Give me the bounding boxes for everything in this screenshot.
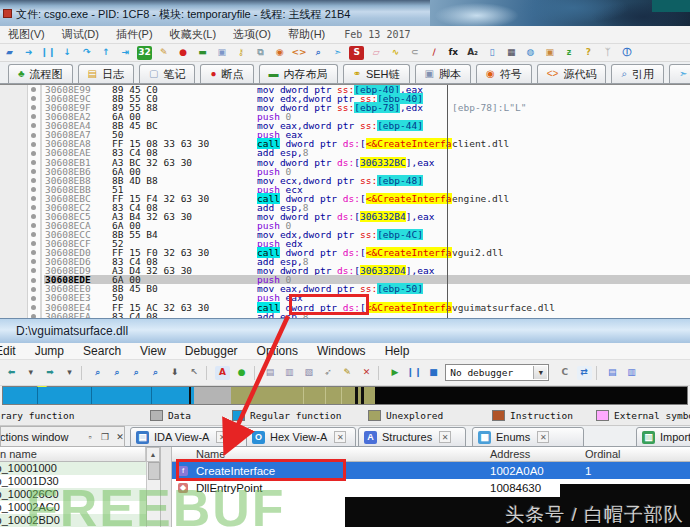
disassembly-row[interactable]: 30608EB1A3 BC 32 63 30mov dword ptr ds:[… — [0, 158, 690, 167]
search-binary-icon[interactable]: ⌕ — [90, 366, 105, 380]
breakpoint-dot-icon[interactable] — [31, 259, 36, 264]
breakpoint-dot-icon[interactable] — [31, 114, 36, 119]
menu-item[interactable]: View — [140, 344, 166, 358]
menu-item[interactable]: 视图(V) — [8, 27, 45, 42]
debug-pause-icon[interactable]: ❙❙ — [407, 366, 422, 380]
debugger-select[interactable]: No debugger▼ — [445, 364, 549, 381]
search-sequence-icon[interactable]: ⌕ — [129, 366, 144, 380]
breakpoint-dot-icon[interactable] — [31, 160, 36, 165]
nav-forward-icon[interactable]: ➡ — [43, 366, 58, 380]
menu-item[interactable]: 插件(P) — [116, 27, 153, 42]
menu-item[interactable]: Jump — [35, 344, 64, 358]
scylla-icon[interactable]: S — [349, 46, 364, 60]
column-header-address[interactable]: Address — [490, 448, 530, 460]
menu-item[interactable]: 选项(O) — [233, 27, 271, 42]
column-header-ordinal[interactable]: Ordinal — [585, 448, 620, 460]
cpu32-icon[interactable]: 32 — [137, 46, 152, 60]
figure-icon[interactable]: ᛉ — [600, 46, 615, 60]
search-again-icon[interactable]: ⌕ — [148, 366, 163, 380]
layout-icon[interactable]: ▤ — [605, 366, 620, 380]
snake-icon[interactable]: ∿ — [388, 46, 403, 60]
calculator-icon[interactable]: ▦ — [504, 46, 519, 60]
breakpoint-dot-icon[interactable] — [31, 151, 36, 156]
memory-map-icon[interactable]: ▬ — [195, 46, 210, 60]
nav-back-menu-icon[interactable]: ▾ — [23, 366, 38, 380]
breakpoint-dot-icon[interactable] — [31, 241, 36, 246]
chevron-down-icon[interactable]: ▼ — [533, 366, 547, 379]
breakpoint-dot-icon[interactable] — [31, 278, 36, 283]
breakpoint-icon[interactable]: ● — [176, 46, 191, 60]
tab-symbols[interactable]: ◉符号 — [476, 64, 532, 83]
key-icon[interactable]: ⚷ — [234, 46, 249, 60]
breakpoint-dot-icon[interactable] — [31, 205, 36, 210]
menu-item[interactable]: 帮助(H) — [288, 27, 325, 42]
globe-icon[interactable]: ◍ — [523, 46, 538, 60]
tab-enums[interactable]: ▦Enums✕ — [472, 427, 584, 447]
eraser-icon[interactable]: ▱ — [369, 46, 384, 60]
disassembly-row[interactable]: 30608EBCFF 15 F4 32 63 30call dword ptr … — [0, 194, 690, 203]
disassembly-row[interactable]: 30608ED0FF 15 F0 32 63 30call dword ptr … — [0, 248, 690, 257]
breakpoint-dot-icon[interactable] — [31, 169, 36, 174]
pause-icon[interactable]: ❙❙ — [41, 46, 56, 60]
function-list-item[interactable]: sub_10001000 — [0, 462, 146, 475]
breakpoint-dot-icon[interactable] — [31, 287, 36, 292]
debug-stop-icon[interactable]: ■ — [426, 366, 441, 380]
run-to-user-icon[interactable]: ⇥ — [118, 46, 133, 60]
breakpoint-dot-icon[interactable] — [31, 296, 36, 301]
disassembly-row[interactable]: 30608E9F89 55 88mov dword ptr ss:[ebp-78… — [0, 103, 690, 112]
disassembly-row[interactable]: 30608ED9A3 D4 32 63 30mov dword ptr ds:[… — [0, 266, 690, 275]
package-icon[interactable]: ▣ — [542, 46, 557, 60]
disassembly-row[interactable]: 30608EA48B 45 BCmov eax,dword ptr ss:[eb… — [0, 121, 690, 130]
breakpoint-dot-icon[interactable] — [31, 232, 36, 237]
step-out-icon[interactable]: ↑ — [98, 46, 113, 60]
disassembly-row[interactable]: 30608EC5A3 B4 32 63 30mov dword ptr ds:[… — [0, 212, 690, 221]
breakpoint-dot-icon[interactable] — [31, 96, 36, 101]
menu-item[interactable]: Help — [385, 344, 410, 358]
brush-icon[interactable]: ∕ — [427, 46, 442, 60]
disassembly-panel[interactable]: 30608E9989 45 C0mov dword ptr ss:[ebp-40… — [0, 84, 690, 318]
breakpoint-dot-icon[interactable] — [31, 250, 36, 255]
stack-icon[interactable]: ▣ — [214, 46, 229, 60]
minimize-icon[interactable]: ▫ — [84, 430, 96, 443]
tab-imports[interactable]: ▥Imports✕ — [636, 427, 690, 447]
breakpoint-dot-icon[interactable] — [31, 133, 36, 138]
open-file-icon[interactable]: ▰ — [2, 46, 17, 60]
breakpoint-dot-icon[interactable] — [31, 187, 36, 192]
info-icon[interactable]: ⓘ — [620, 46, 635, 60]
breakpoint-dot-icon[interactable] — [31, 196, 36, 201]
scroll-up-arrow[interactable]: ▲ — [146, 447, 160, 462]
tab-memory-map[interactable]: ▬内存布局 — [259, 64, 338, 83]
nav-forward-menu-icon[interactable]: ▾ — [62, 366, 77, 380]
breakpoint-dot-icon[interactable] — [31, 223, 36, 228]
search-icon[interactable]: ⌕ — [311, 46, 326, 60]
windows-layout-icon[interactable]: ▥ — [624, 366, 639, 380]
tab-breakpoints[interactable]: ●断点 — [200, 64, 253, 83]
breakpoint-dot-icon[interactable] — [31, 214, 36, 219]
disassembly-row[interactable]: 30608ECC8B 55 B4mov edx,dword ptr ss:[eb… — [0, 230, 690, 239]
breakpoint-dot-icon[interactable] — [31, 105, 36, 110]
menu-item[interactable]: Search — [83, 344, 121, 358]
function-name-column-header[interactable]: Function name — [0, 447, 146, 462]
bug-icon[interactable]: ᵶ — [562, 46, 577, 60]
nav-back-icon[interactable]: ⬅ — [4, 366, 19, 380]
phone-icon[interactable]: ▯ — [484, 46, 499, 60]
menu-item[interactable]: 调试(D) — [62, 27, 99, 42]
tab-notes[interactable]: ▢笔记 — [139, 64, 195, 83]
help-clipboard-icon[interactable]: ? — [581, 46, 596, 60]
tab-script[interactable]: ▣脚本 — [415, 64, 471, 83]
breakpoint-dot-icon[interactable] — [31, 268, 36, 273]
step-into-icon[interactable]: ↓ — [60, 46, 75, 60]
compile-icon[interactable]: C — [557, 366, 572, 380]
attach-icon[interactable]: ⊂ — [407, 46, 422, 60]
switch-view-icon[interactable]: ⇄ — [577, 366, 592, 380]
breakpoint-dot-icon[interactable] — [31, 87, 36, 92]
breakpoint-dot-icon[interactable] — [31, 178, 36, 183]
breakpoint-dot-icon[interactable] — [31, 123, 36, 128]
close-icon[interactable]: ✕ — [439, 431, 451, 443]
tab-seh[interactable]: ⚭SEH链 — [343, 64, 410, 83]
tab-log[interactable]: ▤日志 — [78, 64, 134, 83]
tab-threads[interactable]: ➣线程 — [669, 64, 690, 83]
step-over-icon[interactable]: ↷ — [79, 46, 94, 60]
font-icon[interactable]: A₂ — [465, 46, 480, 60]
patch-icon[interactable]: ✎ — [156, 46, 171, 60]
